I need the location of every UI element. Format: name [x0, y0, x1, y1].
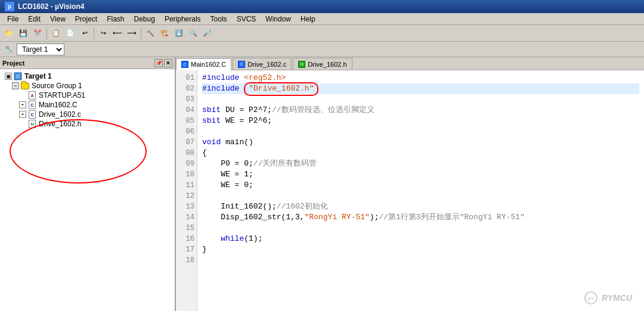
code-line-15 [202, 223, 639, 234]
project-close-button[interactable]: ✕ [164, 59, 172, 67]
target-select[interactable]: Target 1 [17, 43, 64, 55]
ln-13: 13 [176, 201, 194, 212]
project-header: Project 📌 ✕ [0, 57, 175, 69]
code-line-18 [202, 255, 639, 266]
target1-label: Target 1 [24, 72, 52, 80]
project-pin-button[interactable]: 📌 [154, 59, 163, 67]
drive1602h-label: Drive_1602.h [39, 120, 81, 128]
tree-item-main1602c[interactable]: + C Main1602.C [0, 100, 175, 110]
project-tree: ▣ Target 1 − Source Group 1 [0, 69, 175, 131]
code-text-body: #include <reg52.h> #include "Drive_1602.… [197, 70, 644, 311]
toolbar-btn-5[interactable]: ↩ [78, 27, 91, 40]
expand-target1[interactable]: ▣ [5, 73, 12, 80]
ln-11: 11 [176, 180, 194, 191]
tree-item-target1[interactable]: ▣ Target 1 [0, 71, 175, 81]
code-line-03 [202, 94, 639, 105]
tab-icon-drive-c: C [238, 61, 245, 68]
toolbar-btn-12[interactable]: 🔍 [187, 27, 200, 40]
ln-16: 16 [176, 234, 194, 244]
file-c-main-icon: C [27, 101, 37, 109]
expand-main1602c[interactable]: + [19, 101, 26, 108]
toolbar-btn-10[interactable]: 🏗️ [158, 27, 171, 40]
toolbar-main: 📁💾✂️📋📄↩↪⟵⟶🔨🏗️⬇️🔍🔎 [0, 25, 644, 42]
tab-drive1602c[interactable]: C Drive_1602.c [233, 58, 292, 70]
tab-main1602c[interactable]: C Main1602.C [176, 58, 231, 70]
file-c-drive-icon: C [27, 110, 37, 119]
code-line-11: WE = 0; [202, 180, 639, 191]
tab-drive1602h[interactable]: H Drive_1602.h [293, 58, 352, 70]
code-line-17: } [202, 244, 639, 255]
menu-item-project[interactable]: Project [70, 14, 102, 24]
ln-14: 14 [176, 212, 194, 223]
tab-label-main: Main1602.C [191, 61, 226, 68]
toolbar-sep-9 [141, 27, 141, 39]
menu-item-flash[interactable]: Flash [102, 14, 129, 24]
watermark-text: RYMCU [602, 293, 632, 303]
project-header-buttons: 📌 ✕ [154, 59, 172, 67]
project-title: Project [2, 60, 24, 67]
toolbar-btn-13[interactable]: 🔎 [201, 27, 214, 40]
toolbar-btn-1[interactable]: 💾 [17, 27, 30, 40]
tree-item-drive1602c[interactable]: + C Drive_1602.c [0, 110, 175, 119]
menu-item-file[interactable]: File [2, 14, 23, 24]
menu-bar: FileEditViewProjectFlashDebugPeripherals… [0, 13, 644, 25]
watermark-icon: RY [584, 291, 598, 305]
ln-02: 02 [176, 83, 194, 94]
ln-15: 15 [176, 223, 194, 234]
ln-09: 09 [176, 158, 194, 169]
tree-item-startup[interactable]: A STARTUP.A51 [0, 91, 175, 100]
toolbar-btn-0[interactable]: 📁 [2, 27, 16, 40]
toolbar-btn-2[interactable]: ✂️ [31, 27, 44, 40]
toolbar-btn-7[interactable]: ⟵ [111, 27, 124, 40]
window-title: LCD1602 - µVision4 [18, 2, 84, 11]
code-line-10: WE = 1; [202, 169, 639, 180]
project-tree-container: ▣ Target 1 − Source Group 1 [0, 69, 175, 131]
folder-icon [20, 82, 30, 90]
toolbar-btn-11[interactable]: ⬇️ [172, 27, 185, 40]
tab-icon-drive-h: H [298, 61, 305, 68]
code-kw-include-2: #include [202, 83, 239, 94]
toolbar-btn-9[interactable]: 🔨 [144, 27, 157, 40]
menu-item-edit[interactable]: Edit [23, 14, 45, 24]
file-a-icon: A [27, 91, 37, 99]
code-line-12 [202, 191, 639, 201]
svg-text:RY: RY [588, 296, 595, 301]
target-icon [13, 72, 23, 80]
tree-item-drive1602h[interactable]: H Drive_1602.h [0, 119, 175, 129]
toolbar-btn-8[interactable]: ⟶ [125, 27, 138, 40]
toolbar-btn-4[interactable]: 📄 [64, 27, 77, 40]
toolbar-btn-3[interactable]: 📋 [49, 27, 63, 40]
toolbar-btn-6[interactable]: ↪ [97, 27, 110, 40]
ln-18: 18 [176, 255, 194, 266]
ln-08: 08 [176, 148, 194, 158]
ln-01: 01 [176, 73, 194, 83]
menu-item-window[interactable]: Window [261, 14, 296, 24]
menu-item-tools[interactable]: Tools [206, 14, 232, 24]
toolbar2-label: 🔧 [2, 45, 16, 53]
code-line-14: Disp_1602_str(1,3, "RongYi RY-51" ); //第… [202, 212, 639, 223]
tab-label-drive-c: Drive_1602.c [247, 61, 286, 68]
expand-drive1602c[interactable]: + [19, 111, 26, 118]
ln-05: 05 [176, 116, 194, 126]
source-group-label: Source Group 1 [32, 82, 82, 90]
file-h-drive-icon: H [27, 120, 37, 128]
menu-item-help[interactable]: Help [296, 14, 320, 24]
menu-item-view[interactable]: View [45, 14, 70, 24]
menu-item-svcs[interactable]: SVCS [232, 14, 261, 24]
code-line-07: void main() [202, 137, 639, 148]
ln-12: 12 [176, 191, 194, 201]
main-area: Project 📌 ✕ ▣ Target 1 [0, 57, 644, 311]
ln-07: 07 [176, 137, 194, 148]
menu-item-peripherals[interactable]: Peripherals [160, 14, 206, 24]
code-line-13: Init_1602(); //1602初始化 [202, 201, 639, 212]
menu-item-debug[interactable]: Debug [129, 14, 160, 24]
main1602c-label: Main1602.C [39, 101, 78, 109]
tree-item-source-group[interactable]: − Source Group 1 [0, 81, 175, 91]
code-kw-include-1: #include [202, 73, 239, 83]
ln-04: 04 [176, 105, 194, 116]
toolbar-sep-6 [94, 27, 94, 39]
tabs-bar: C Main1602.C C Drive_1602.c H Drive_1602… [176, 57, 644, 70]
expand-source-group[interactable]: − [12, 82, 19, 89]
ln-10: 10 [176, 169, 194, 180]
code-line-02: #include "Drive_1602.h" [202, 83, 639, 94]
